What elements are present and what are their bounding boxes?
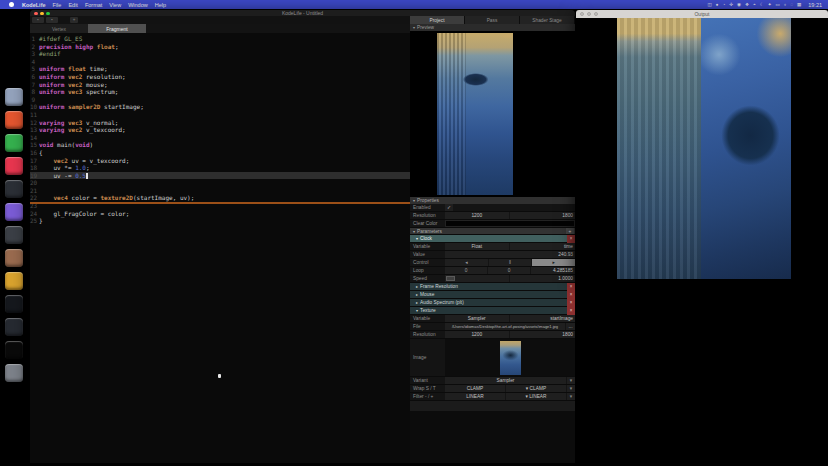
menu-file[interactable]: File	[53, 2, 62, 8]
variant-select[interactable]: Sampler	[445, 377, 566, 384]
line-number: 14	[30, 134, 39, 142]
prop-value[interactable]: 1800	[510, 212, 576, 219]
zoom-button[interactable]	[46, 12, 50, 16]
apple-menu-icon[interactable]	[9, 2, 14, 7]
menu-help[interactable]: Help	[155, 2, 166, 8]
dock-app-6[interactable]	[5, 203, 23, 221]
preview-section-header[interactable]: ▾ Preview	[410, 24, 575, 31]
menu-view[interactable]: View	[109, 2, 121, 8]
speed-slider[interactable]	[445, 275, 509, 282]
prop-value[interactable]: time	[510, 243, 576, 250]
chevron-down-icon[interactable]: ▾	[567, 385, 575, 392]
zoom-button-inactive[interactable]	[594, 12, 598, 16]
status-icon-13[interactable]: ▦	[797, 2, 801, 7]
section-header-parameters[interactable]: ▾Parameters+	[410, 228, 575, 235]
prop-row-loop: Loop004.285185	[410, 267, 575, 275]
parameter-row-frame-resolution[interactable]: ▸Frame Resolution×	[410, 283, 575, 291]
texture-image-cell[interactable]	[445, 339, 575, 376]
prop-value[interactable]: ▾ LINEAR	[506, 393, 566, 400]
menu-edit[interactable]: Edit	[68, 2, 77, 8]
tab-pass[interactable]: Pass	[465, 16, 520, 24]
close-button-inactive[interactable]	[580, 12, 584, 16]
menu-window[interactable]: Window	[128, 2, 148, 8]
line-number: 17	[30, 157, 39, 165]
status-icon-6[interactable]: ❖	[745, 2, 749, 7]
dock-app-1[interactable]	[5, 88, 23, 106]
remove-parameter-button[interactable]: ×	[567, 283, 575, 291]
parameter-row-texture[interactable]: ▾Texture×	[410, 307, 575, 315]
status-icon-11[interactable]: ⌖	[784, 2, 787, 7]
file-path-field[interactable]: /Users/idiomas/Desktop/the-art-of-posing…	[445, 323, 565, 330]
remove-parameter-button[interactable]: ×	[567, 291, 575, 299]
pass-tab-1[interactable]: ▪	[32, 17, 44, 23]
prop-value[interactable]: 240.93	[445, 251, 575, 258]
add-pass-button[interactable]: +	[70, 17, 78, 23]
prop-value[interactable]: 4.285185	[531, 267, 575, 274]
parameter-row-clock[interactable]: ▾Clock×	[410, 235, 575, 243]
app-menu-title[interactable]: KodeLife	[22, 2, 46, 8]
menu-format[interactable]: Format	[85, 2, 102, 8]
prop-value[interactable]: 1200	[445, 212, 509, 219]
tab-shader-stage[interactable]: Shader Stage	[520, 16, 575, 24]
code-editor[interactable]: 1#ifdef GL_ES2precision highp float;3#en…	[30, 33, 410, 463]
prop-value[interactable]: ▾ CLAMP	[506, 385, 566, 392]
parameter-row-audio-spectrum-plt[interactable]: ▸Audio Spectrum (plt)×	[410, 299, 575, 307]
pause-button[interactable]: ‖	[489, 259, 532, 266]
prop-value[interactable]: 1200	[445, 331, 509, 338]
prop-value[interactable]: 1800	[510, 331, 576, 338]
chevron-icon: ▸	[416, 284, 418, 289]
status-icon-3[interactable]: ◔	[722, 2, 725, 7]
status-icon-5[interactable]: ◉	[737, 2, 741, 7]
remove-parameter-button[interactable]: ×	[567, 299, 575, 307]
dock-app-10[interactable]	[5, 295, 23, 313]
dock-app-11[interactable]	[5, 318, 23, 336]
status-icon-12[interactable]: ◌	[790, 2, 793, 7]
clear-color-swatch[interactable]	[445, 220, 575, 227]
rewind-button[interactable]: ◂	[445, 259, 488, 266]
dock-app-2[interactable]	[5, 111, 23, 129]
enabled-checkbox[interactable]: ✓	[445, 204, 453, 211]
minimize-button[interactable]	[40, 12, 44, 16]
chevron-down-icon[interactable]: ▾	[567, 393, 575, 400]
prop-value[interactable]: LINEAR	[445, 393, 505, 400]
remove-parameter-button[interactable]: ×	[567, 235, 575, 243]
dock-app-7[interactable]	[5, 226, 23, 244]
status-icon-9[interactable]: ✦	[768, 2, 772, 7]
parameter-row-mouse[interactable]: ▸Mouse×	[410, 291, 575, 299]
pass-tab-2[interactable]: ▪	[46, 17, 58, 23]
minimize-button-inactive[interactable]	[587, 12, 591, 16]
slider-knob[interactable]	[446, 276, 455, 281]
dock-app-12[interactable]	[5, 341, 23, 359]
play-button[interactable]: ▸	[532, 259, 575, 266]
status-icon-7[interactable]: ◓	[753, 2, 756, 7]
properties-section-header[interactable]: ▾ Properties	[410, 197, 575, 204]
prop-value[interactable]: startImage	[510, 315, 576, 322]
tab-vertex[interactable]: Vertex	[30, 24, 88, 33]
tab-project[interactable]: Project	[410, 16, 465, 24]
prop-value[interactable]: Float	[445, 243, 509, 250]
dock-app-9[interactable]	[5, 272, 23, 290]
tab-fragment[interactable]: Fragment	[88, 24, 146, 33]
close-button[interactable]	[34, 12, 38, 16]
prop-value[interactable]: 0	[445, 267, 487, 274]
dock-app-3[interactable]	[5, 134, 23, 152]
dock-app-8[interactable]	[5, 249, 23, 267]
chevron-down-icon[interactable]: ▾	[567, 377, 575, 384]
status-icon-1[interactable]: ◫	[707, 2, 711, 7]
status-icon-4[interactable]: ✣	[729, 2, 733, 7]
dock-app-13[interactable]	[5, 364, 23, 382]
prop-value[interactable]: CLAMP	[445, 385, 505, 392]
status-icon-8[interactable]: ☾	[760, 2, 764, 7]
prop-value[interactable]: Sampler	[445, 315, 509, 322]
browse-file-button[interactable]: ...	[566, 323, 575, 330]
status-icon-10[interactable]: ▭	[775, 2, 779, 7]
prop-value[interactable]: 0	[488, 267, 530, 274]
remove-parameter-button[interactable]: ×	[567, 307, 575, 315]
parameter-label: Mouse	[420, 292, 434, 297]
output-title-bar[interactable]: Output	[576, 10, 828, 18]
add-parameter-button[interactable]: +	[566, 228, 574, 234]
dock-app-5[interactable]	[5, 180, 23, 198]
status-icon-2[interactable]: ●	[716, 2, 719, 7]
dock-app-4[interactable]	[5, 157, 23, 175]
prop-value[interactable]: 1.0000	[510, 275, 575, 282]
